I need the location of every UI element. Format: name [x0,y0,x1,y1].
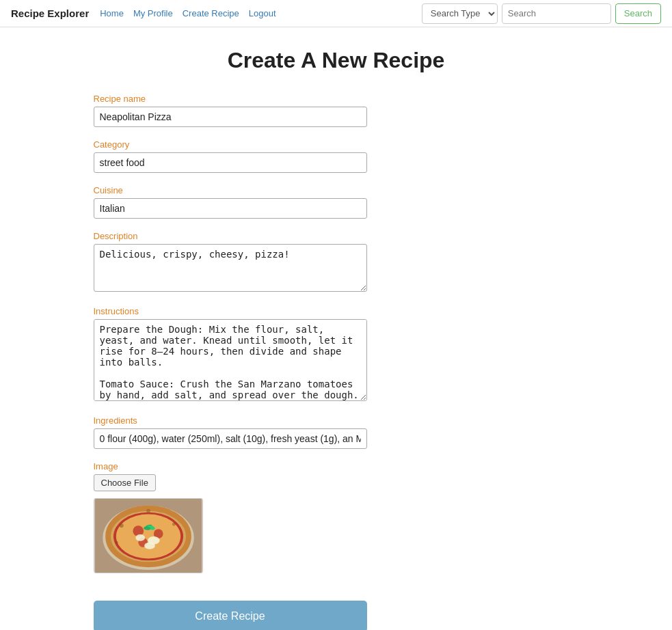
recipe-name-input[interactable] [94,107,367,127]
pizza-image-svg [94,499,202,573]
svg-point-18 [115,541,118,544]
nav-search-area: Search Type Search [422,3,661,24]
category-label: Category [94,139,579,150]
search-input[interactable] [502,3,611,24]
svg-point-4 [116,515,180,559]
svg-point-12 [135,534,145,541]
search-type-select[interactable]: Search Type [422,3,498,24]
create-recipe-link[interactable]: Create Recipe [183,8,239,18]
logout-link[interactable]: Logout [249,8,276,18]
instructions-group: Instructions [94,306,579,403]
main-content: Create A New Recipe Recipe name Category… [80,27,593,630]
cuisine-label: Cuisine [94,185,579,195]
page-title: Create A New Recipe [94,48,579,73]
ingredients-group: Ingredients [94,415,579,449]
create-recipe-button[interactable]: Create Recipe [94,601,367,630]
navbar: Recipe Explorer Home My Profile Create R… [0,0,672,27]
nav-brand: Recipe Explorer [11,8,89,19]
image-label: Image [94,461,579,471]
description-label: Description [94,231,579,241]
recipe-image-preview [94,498,203,573]
instructions-label: Instructions [94,306,579,316]
image-group: Image Choose File [94,461,579,573]
cuisine-input[interactable] [94,198,367,219]
instructions-textarea[interactable] [94,319,367,401]
svg-point-13 [144,543,155,549]
svg-point-17 [146,509,150,513]
svg-point-16 [172,523,175,526]
home-link[interactable]: Home [100,8,124,18]
ingredients-label: Ingredients [94,415,579,426]
ingredients-input[interactable] [94,428,367,449]
category-group: Category [94,139,579,173]
svg-point-15 [119,523,123,528]
description-group: Description [94,231,579,294]
my-profile-link[interactable]: My Profile [133,8,173,18]
cuisine-group: Cuisine [94,185,579,219]
choose-file-button[interactable]: Choose File [94,474,156,491]
recipe-name-label: Recipe name [94,94,579,104]
description-textarea[interactable] [94,244,367,292]
category-input[interactable] [94,152,367,173]
nav-links: Home My Profile Create Recipe Logout [100,8,411,18]
recipe-name-group: Recipe name [94,94,579,127]
search-button[interactable]: Search [615,3,661,24]
